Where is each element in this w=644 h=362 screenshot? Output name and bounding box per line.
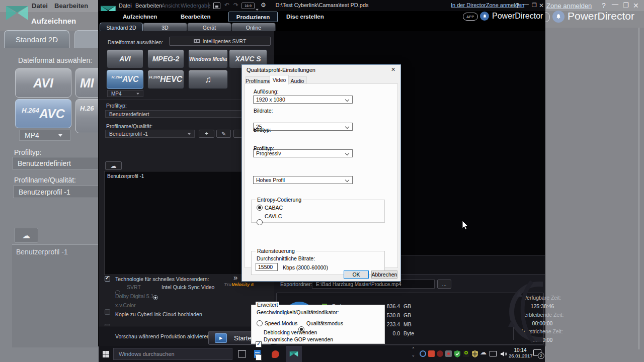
cavlc-label: CAVLC xyxy=(265,213,282,219)
tray-utility-icon[interactable] xyxy=(445,350,452,357)
cabac-label: CABAC xyxy=(265,205,283,211)
taskbar-search-box[interactable]: Windows durchsuchen xyxy=(113,348,232,360)
outer-menu-datei[interactable]: Datei xyxy=(32,2,48,10)
speed-mode-label: Speed-Modus xyxy=(265,320,297,326)
edit-profile-button[interactable]: ✎ xyxy=(216,130,231,138)
outer-profiltyp-field[interactable]: Benutzerdefiniert xyxy=(12,157,99,169)
speed-mode-radio[interactable] xyxy=(257,320,263,326)
taskbar-media-app[interactable] xyxy=(270,349,281,359)
quality-profile-dialog: Qualitätsprofil-Einstellungen ✕ Profilna… xyxy=(242,64,401,282)
format-h264-button[interactable]: H.264AVC xyxy=(107,70,143,89)
tab-bearbeiten[interactable]: Bearbeiten xyxy=(181,14,210,20)
intel-quicksync-radio[interactable] xyxy=(153,295,158,300)
container-caret-icon xyxy=(136,93,139,95)
notification-bell-icon[interactable] xyxy=(480,12,489,21)
outer-profilname-field[interactable]: Benutzerprofil -1 xyxy=(13,186,99,198)
dolby-checkbox[interactable] xyxy=(105,309,110,315)
fast-render-checkbox[interactable] xyxy=(105,276,110,282)
tray-antivirus-shield-icon[interactable] xyxy=(454,350,461,357)
format-h265-button[interactable]: H.265HEVC xyxy=(147,70,184,89)
tray-network-display-icon[interactable] xyxy=(489,350,497,357)
help-button[interactable]: ? xyxy=(516,2,519,9)
menu-ansicht[interactable]: Ansicht xyxy=(162,3,180,9)
minimize-button[interactable]: — xyxy=(523,1,529,7)
bitrate-input[interactable]: 15500 xyxy=(256,263,278,271)
menu-wiedergabe[interactable]: Wiedergabe xyxy=(181,3,210,9)
tray-nvidia-icon[interactable] xyxy=(463,350,469,357)
start-button[interactable] xyxy=(99,346,113,362)
dynamic-gop-checkbox[interactable] xyxy=(256,354,262,360)
cabac-radio[interactable] xyxy=(257,205,263,211)
truevelocity-name: Velocity 6 xyxy=(231,282,254,287)
profiltyp-label: Profiltyp: xyxy=(106,103,127,109)
taskbar-powerdirector-app[interactable] xyxy=(286,346,302,362)
outer-subtab-partial[interactable] xyxy=(74,30,100,48)
aspect-ratio-badge[interactable]: 16:9 xyxy=(242,3,255,9)
redo-icon[interactable]: ↷ xyxy=(233,2,238,9)
profile-type-dropdown[interactable]: Hohes Profil xyxy=(253,176,353,184)
directorzone-cloud-button[interactable]: ☁ xyxy=(105,161,122,170)
tray-onedrive-cloud-icon[interactable]: ☁ xyxy=(480,348,487,356)
outer-close-button[interactable]: ✕ xyxy=(633,2,639,10)
mouse-cursor xyxy=(462,220,469,230)
outer-h264-button[interactable]: H.264AVC xyxy=(15,99,71,128)
tab-disc-erstellen[interactable]: Disc erstellen xyxy=(286,14,324,20)
outer-menu-bearbeiten[interactable]: Bearbeiten xyxy=(54,2,88,10)
app-badge-label: APP xyxy=(466,15,474,19)
container-dropdown[interactable]: MP4 xyxy=(107,90,143,97)
intelligent-svrt-button[interactable]: Intelligentes SVRT xyxy=(169,37,271,46)
dialog-close-icon[interactable]: ✕ xyxy=(391,66,395,73)
browse-button[interactable]: ... xyxy=(437,280,451,289)
tab-produzieren[interactable]: Produzieren xyxy=(228,12,278,22)
outer-avi-button[interactable]: AVI xyxy=(15,68,71,98)
outer-container-dropdown[interactable]: MP4 xyxy=(19,130,70,141)
powerdirector-logo xyxy=(5,4,29,22)
tray-defender-icon[interactable] xyxy=(471,350,478,357)
dialog-tab-video[interactable]: Video xyxy=(270,75,289,84)
menu-datei[interactable]: Datei xyxy=(119,3,132,9)
directorzone-signin-link[interactable]: In der DirectorZone anmelden xyxy=(451,2,524,8)
add-profile-button[interactable]: + xyxy=(199,130,214,138)
outer-subtab-standard2d[interactable]: Standard 2D xyxy=(4,30,69,48)
outer-help-button[interactable]: ? xyxy=(602,2,606,10)
taskbar-clock[interactable]: 10:14 26.01.2017 xyxy=(509,347,532,358)
outer-directorzone-cloud-button[interactable]: ☁ xyxy=(14,228,38,243)
ok-button[interactable]: OK xyxy=(344,270,369,279)
undo-icon[interactable]: ↶ xyxy=(224,2,229,9)
format-windows-media-button[interactable]: Windows Media xyxy=(188,49,228,68)
outer-tab-aufzeichnen[interactable]: Aufzeichnen xyxy=(31,17,76,25)
outer-profile-detail-text: Benutzerprofil -1 xyxy=(12,245,99,256)
tray-expand-up-icon[interactable]: ⌃ xyxy=(412,347,415,351)
rate-control-group-label: Ratensteuerung xyxy=(256,248,296,254)
profilname-value: Benutzerprofil -1 xyxy=(109,131,148,137)
app-badge[interactable]: APP xyxy=(463,13,478,21)
tray-blue-ring-icon[interactable] xyxy=(420,350,426,357)
deblocking-checkbox[interactable] xyxy=(256,341,262,347)
tray-expand-down-icon[interactable]: ⌄ xyxy=(412,353,415,357)
cancel-button[interactable]: Abbrechen xyxy=(371,270,397,279)
outer-directorzone-link[interactable]: Zone anmelden xyxy=(546,2,592,10)
tab-aufzeichnen[interactable]: Aufzeichnen xyxy=(123,14,157,20)
outer-profile-detail-box: Benutzerprofil -1 xyxy=(12,244,99,347)
cloud-icon: ☁ xyxy=(22,231,30,240)
tray-recorder-icon[interactable] xyxy=(437,350,443,357)
tray-volume-icon[interactable] xyxy=(499,350,507,357)
tab-produzieren-label: Produzieren xyxy=(236,14,270,20)
format-avi-button[interactable]: AVI xyxy=(107,49,143,68)
restore-button[interactable]: ❐ xyxy=(532,2,537,9)
resolution-dropdown[interactable]: 1920 x 1080 xyxy=(253,96,353,104)
tray-red-app-icon[interactable] xyxy=(428,350,435,357)
format-mpeg2-button[interactable]: MPEG-2 xyxy=(147,49,184,68)
format-audio-button[interactable]: ♫ xyxy=(188,70,228,89)
menu-bearbeiten[interactable]: Bearbeiten xyxy=(135,3,162,9)
outer-bell-icon[interactable] xyxy=(552,11,565,23)
task-view-button[interactable] xyxy=(236,349,248,359)
cavlc-radio[interactable] xyxy=(257,219,263,225)
outer-minimize-button[interactable]: — xyxy=(612,0,618,8)
action-center-button[interactable]: 2 xyxy=(533,349,542,357)
window-title: D:\Test Cyberlink\Camara\test PD.pds xyxy=(262,2,382,8)
outer-restore-button[interactable]: ❐ xyxy=(623,2,629,9)
profilname-dropdown[interactable]: Benutzerprofil -1 xyxy=(105,130,195,138)
save-icon[interactable] xyxy=(213,3,220,9)
close-button[interactable]: ✕ xyxy=(539,2,544,9)
